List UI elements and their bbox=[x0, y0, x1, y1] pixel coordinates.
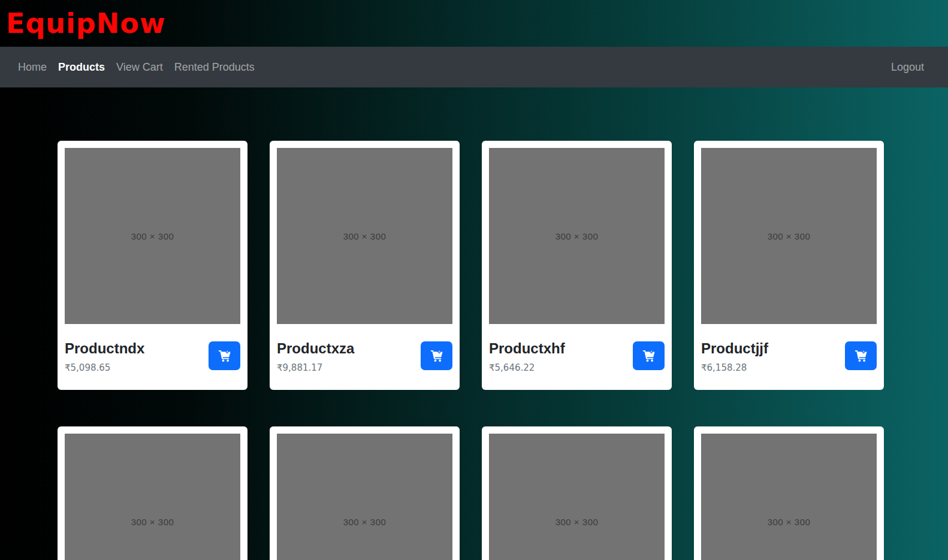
product-price: ₹6,158.28 bbox=[701, 362, 768, 373]
cart-plus-icon bbox=[430, 350, 443, 362]
product-price: ₹5,098.65 bbox=[65, 362, 144, 373]
product-card-body: Productjjf ₹6,158.28 bbox=[701, 340, 877, 373]
nav-link-logout[interactable]: Logout bbox=[891, 61, 924, 74]
product-card-body: Productxza ₹9,881.17 bbox=[277, 340, 452, 373]
product-name: Productndx bbox=[65, 340, 144, 358]
add-to-cart-button[interactable] bbox=[633, 341, 665, 370]
product-price: ₹5,646.22 bbox=[489, 362, 565, 373]
product-grid: 300 × 300 Productndx ₹5,098.65 300 × 300… bbox=[58, 141, 884, 560]
product-image-placeholder: 300 × 300 bbox=[701, 434, 877, 560]
site-header: EquipNow bbox=[0, 0, 948, 47]
nav-link-view-cart[interactable]: View Cart bbox=[116, 61, 163, 74]
main-navbar: Home Products View Cart Rented Products … bbox=[0, 47, 948, 87]
add-to-cart-button[interactable] bbox=[845, 341, 877, 370]
product-image-placeholder: 300 × 300 bbox=[65, 434, 240, 560]
product-card: 300 × 300 bbox=[694, 426, 884, 560]
nav-link-home[interactable]: Home bbox=[18, 61, 47, 74]
product-card: 300 × 300 Productjjf ₹6,158.28 bbox=[694, 141, 884, 390]
product-info: Productjjf ₹6,158.28 bbox=[701, 340, 768, 373]
product-name: Productxza bbox=[277, 340, 354, 358]
product-image-placeholder: 300 × 300 bbox=[489, 148, 665, 324]
nav-links: Home Products View Cart Rented Products bbox=[18, 61, 255, 74]
product-card-body: Productndx ₹5,098.65 bbox=[65, 340, 240, 373]
product-card-body: Productxhf ₹5,646.22 bbox=[489, 340, 665, 373]
product-name: Productjjf bbox=[701, 340, 768, 358]
cart-plus-icon bbox=[855, 350, 868, 362]
nav-link-rented-products[interactable]: Rented Products bbox=[174, 61, 255, 74]
product-info: Productxza ₹9,881.17 bbox=[277, 340, 354, 373]
product-image-placeholder: 300 × 300 bbox=[65, 148, 240, 324]
cart-plus-icon bbox=[218, 350, 231, 362]
product-image-placeholder: 300 × 300 bbox=[701, 148, 877, 324]
product-info: Productndx ₹5,098.65 bbox=[65, 340, 144, 373]
product-card: 300 × 300 Productndx ₹5,098.65 bbox=[58, 141, 247, 390]
cart-plus-icon bbox=[642, 350, 656, 362]
product-name: Productxhf bbox=[489, 340, 565, 358]
product-price: ₹9,881.17 bbox=[277, 362, 354, 373]
product-image-placeholder: 300 × 300 bbox=[277, 434, 452, 560]
product-image-placeholder: 300 × 300 bbox=[489, 434, 665, 560]
add-to-cart-button[interactable] bbox=[421, 341, 452, 370]
add-to-cart-button[interactable] bbox=[209, 341, 240, 370]
product-image-placeholder: 300 × 300 bbox=[277, 148, 452, 324]
product-card: 300 × 300 bbox=[58, 426, 247, 560]
product-info: Productxhf ₹5,646.22 bbox=[489, 340, 565, 373]
product-card: 300 × 300 bbox=[270, 426, 460, 560]
product-card: 300 × 300 bbox=[482, 426, 672, 560]
brand-logo[interactable]: EquipNow bbox=[6, 10, 165, 37]
nav-link-products[interactable]: Products bbox=[58, 61, 105, 74]
product-card: 300 × 300 Productxhf ₹5,646.22 bbox=[482, 141, 672, 390]
product-card: 300 × 300 Productxza ₹9,881.17 bbox=[270, 141, 460, 390]
